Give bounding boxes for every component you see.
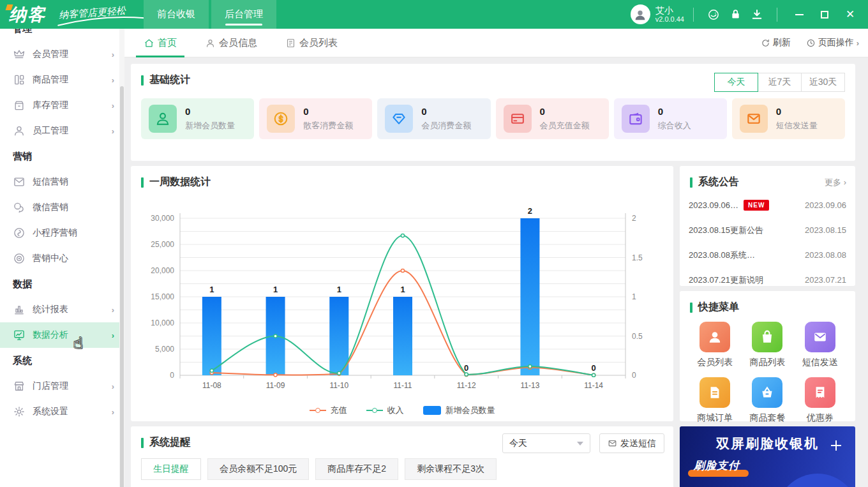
download-icon[interactable] (746, 0, 768, 29)
sidebar-item-system-settings[interactable]: 系统设置 › (0, 399, 124, 424)
stat-value: 0 (540, 106, 590, 117)
lock-icon[interactable] (724, 0, 746, 29)
sidebar-item-marketing-center[interactable]: 营销中心 (0, 246, 124, 271)
bankcard-icon (504, 105, 532, 133)
week-chart: 05,00010,00015,00020,00025,00030,00000.5… (140, 204, 664, 405)
svg-text:15,000: 15,000 (151, 292, 174, 301)
sidebar-scrollbar[interactable] (119, 29, 124, 487)
announcements-title: 系统公告 (698, 176, 739, 189)
topbar: 纳客 纳客管店更轻松 前台收银 后台管理 艾小 v2.0.0.44 ✕ (0, 0, 868, 29)
legend-income[interactable]: 收入 (366, 405, 404, 416)
reminder-tab-low-balance[interactable]: 会员余额不足100元 (207, 458, 309, 480)
more-link[interactable]: 更多 › (825, 177, 846, 188)
quick-goods-package[interactable]: 商品套餐 (741, 377, 793, 424)
sidebar-item-staff-manage[interactable]: 员工管理 › (0, 118, 124, 144)
maximize-button[interactable] (812, 0, 837, 29)
page-ops-button[interactable]: 页面操作 › (806, 37, 859, 49)
page-ops-icon (806, 38, 816, 48)
quick-sms-send[interactable]: 短信发送 (794, 322, 846, 368)
app-logo: 纳客 (9, 3, 46, 26)
sidebar-item-miniprogram-marketing[interactable]: 小程序营销 (0, 220, 124, 246)
store-icon (13, 380, 26, 393)
sidebar-item-member-manage[interactable]: 会员管理 › (0, 41, 124, 67)
avatar[interactable] (631, 4, 650, 24)
sidebar-item-goods-manage[interactable]: 商品管理 › (0, 67, 124, 93)
announcement-row[interactable]: 2023.08.08系统… 2023.08.08 (689, 243, 846, 267)
announcement-row[interactable]: 2023.09.06… NEW 2023.09.06 (689, 193, 846, 218)
service-icon[interactable] (703, 0, 724, 29)
announcement-date: 2023.08.15 (805, 225, 846, 235)
svg-text:25,000: 25,000 (151, 240, 174, 249)
sidebar-menu: 管理 会员管理 › 商品管理 › 库存管理 › 员工管理 › 营销 短信营销 (0, 29, 124, 424)
reminders-title: 系统提醒 (149, 436, 190, 449)
svg-text:1: 1 (400, 285, 405, 294)
app-tagline: 纳客管店更轻松 (58, 4, 126, 21)
chevron-right-icon: › (112, 50, 114, 59)
tab-home[interactable]: 首页 (144, 29, 177, 57)
home-icon (144, 38, 154, 49)
range-today-button[interactable]: 今天 (714, 73, 758, 92)
staff-icon (13, 124, 26, 137)
stat-card-new-members: 0新增会员数量 (141, 98, 254, 139)
range-30days-button[interactable]: 近30天 (801, 73, 845, 92)
legend-new-members[interactable]: 新增会员数量 (423, 405, 495, 416)
ad-banner[interactable]: 双屏刷脸收银机 刷脸支付 (680, 426, 855, 487)
chart-legend: 充值 收入 新增会员数量 (131, 405, 673, 416)
nav-backend-admin[interactable]: 后台管理 (211, 0, 276, 29)
section-marker (141, 177, 144, 188)
svg-text:1: 1 (273, 285, 278, 294)
svg-text:20,000: 20,000 (151, 266, 174, 275)
quick-menu-header: 快捷菜单 (680, 291, 855, 314)
announcement-row[interactable]: 2023.08.15更新公告 2023.08.15 (689, 218, 846, 243)
divider (777, 8, 777, 22)
stat-label: 会员消费金额 (421, 120, 471, 131)
sidebar-item-sms-marketing[interactable]: 短信营销 (0, 169, 124, 195)
reminder-tab-birthday[interactable]: 生日提醒 (141, 458, 201, 480)
announcement-row[interactable]: 2023.07.21更新说明 2023.07.21 (689, 267, 846, 292)
refresh-button[interactable]: 刷新 (761, 37, 791, 49)
sidebar-item-report[interactable]: 统计报表 › (0, 297, 124, 322)
sidebar-scrollbar-thumb[interactable] (120, 86, 124, 487)
announcement-list: 2023.09.06… NEW 2023.09.06 2023.08.15更新公… (680, 189, 855, 292)
sidebar-item-data-analysis[interactable]: 数据分析 › (0, 322, 124, 348)
avatar-person-icon (633, 8, 647, 22)
legend-recharge[interactable]: 充值 (310, 405, 347, 416)
sidebar-item-wechat-marketing[interactable]: 微信营销 (0, 195, 124, 220)
user-info: 艾小 v2.0.0.44 (655, 5, 684, 24)
wechat-icon (13, 201, 26, 214)
tab-member-list[interactable]: 会员列表 (285, 29, 338, 57)
chevron-right-icon: › (112, 126, 114, 136)
ad-subtitle: 刷脸支付 (694, 458, 740, 473)
announcement-text: 2023.07.21更新说明 (689, 274, 763, 286)
week-stats-panel: 一周数据统计 05,00010,00015,00020,00025,00030,… (131, 166, 673, 421)
svg-text:11-11: 11-11 (394, 381, 412, 390)
quick-mall-orders[interactable]: 商城订单 (689, 377, 741, 424)
quick-member-list[interactable]: 会员列表 (689, 322, 741, 368)
quick-coupons[interactable]: 优惠券 (794, 377, 846, 424)
chevron-right-icon: › (112, 101, 114, 110)
reminder-tab-low-course[interactable]: 剩余课程不足3次 (405, 458, 497, 480)
close-button[interactable]: ✕ (837, 0, 863, 29)
quick-menu-panel: 快捷菜单 会员列表 商品列表 短信发送 (680, 291, 855, 421)
reminder-range-select[interactable]: 今天 (502, 433, 590, 453)
refresh-icon (761, 38, 770, 48)
date-range-group: 今天 近7天 近30天 (715, 73, 845, 92)
reminder-tab-low-stock[interactable]: 商品库存不足2 (315, 458, 398, 480)
tab-member-info[interactable]: 会员信息 (205, 29, 257, 57)
stat-value: 0 (776, 106, 818, 117)
nav-front-cashier[interactable]: 前台收银 (144, 0, 209, 29)
send-sms-button[interactable]: 发送短信 (599, 433, 664, 453)
range-7days-button[interactable]: 近7天 (758, 73, 802, 92)
sms-send-icon (805, 322, 835, 352)
stat-value: 0 (421, 106, 471, 117)
sidebar-item-inventory-manage[interactable]: 库存管理 › (0, 93, 124, 118)
quick-menu-title: 快捷菜单 (698, 301, 739, 314)
minimize-button[interactable] (786, 0, 812, 29)
stat-card-total-income: 0综合收入 (614, 98, 727, 139)
quick-goods-list[interactable]: 商品列表 (741, 322, 793, 368)
sidebar-item-label: 数据分析 (33, 329, 68, 341)
send-sms-label: 发送短信 (620, 438, 656, 449)
sidebar-item-store-manage[interactable]: 门店管理 › (0, 373, 124, 399)
svg-text:11-09: 11-09 (266, 381, 285, 390)
mail-icon (740, 105, 768, 133)
